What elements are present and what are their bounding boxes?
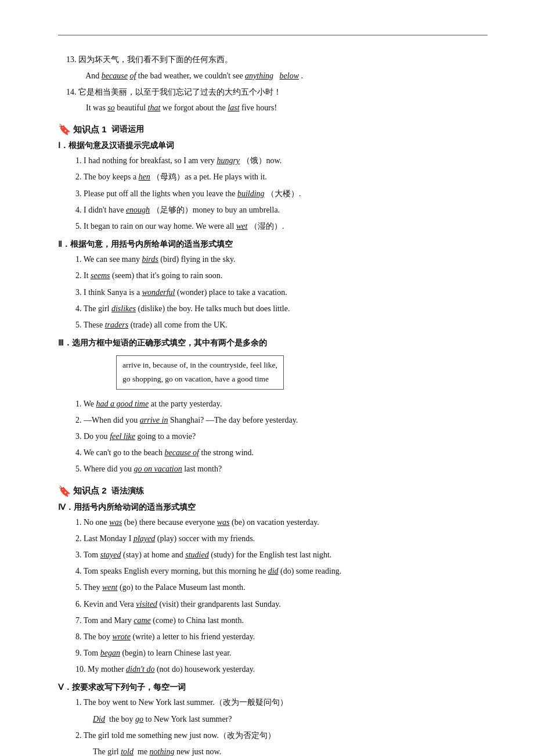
knowledge1-header: 🔖 知识点 1 词语运用 [58,123,488,136]
page: 13. 因为坏天气，我们看不到下面的任何东西。 And because of t… [0,0,534,756]
section3-header: Ⅲ．选用方框中短语的正确形式填空，其中有两个是多余的 [58,338,488,348]
s4-item3: 3. Tom stayed (stay) at home and studied… [58,548,488,562]
s4-item1: 1. No one was (be) there because everyon… [58,515,488,530]
fill-last: last [228,103,239,112]
section5-header: Ⅴ．按要求改写下列句子，每空一词 [58,682,488,693]
s4-item2: 2. Last Monday I played (play) soccer wi… [58,531,488,546]
s3-item2: 2. —When did you arrive in Shanghai? —Th… [58,413,488,427]
s1-item4: 4. I didn't have enough （足够的）money to bu… [58,203,488,217]
item-13-en: And because of the bad weather, we could… [58,69,488,83]
knowledge2-icon: 🔖 [58,485,71,498]
s1-item1: 1. I had nothing for breakfast, so I am … [58,153,488,168]
fill-so: so [107,103,114,112]
s4-item8: 8. The boy wrote (write) a letter to his… [58,629,488,644]
top-divider [58,35,488,35]
s3-item5: 5. Where did you go on vacation last mon… [58,462,488,476]
fill-below: below [280,71,299,80]
phrase-box: arrive in, because of, in the countrysid… [116,355,284,390]
s2-item4: 4. The girl dislikes (dislike) the boy. … [58,301,488,316]
section3-box: arrive in, because of, in the countrysid… [81,352,488,393]
s5-item1-orig: 1. The boy went to New York last summer.… [58,695,488,710]
s5-item2-orig: 2. The girl told me something new just n… [58,728,488,743]
s3-item1: 1. We had a good time at the party yeste… [58,397,488,411]
s5-item2-ans: The girl told me nothing new just now. [58,744,488,756]
s3-item3: 3. Do you feel like going to a movie? [58,429,488,444]
s4-item7: 7. Tom and Mary came (come) to China las… [58,613,488,628]
section1: Ⅰ．根据句意及汉语提示完成单词 1. I had nothing for bre… [58,141,488,233]
s1-item2: 2. The boy keeps a hen （母鸡）as a pet. He … [58,170,488,184]
section1-header: Ⅰ．根据句意及汉语提示完成单词 [58,141,488,151]
s4-item6: 6. Kevin and Vera visited (visit) their … [58,597,488,611]
s2-item1: 1. We can see many birds (bird) flying i… [58,252,488,267]
knowledge2-header: 🔖 知识点 2 语法演练 [58,485,488,498]
s1-item5: 5. It began to rain on our way home. We … [58,219,488,233]
s2-item5: 5. These traders (trade) all come from t… [58,318,488,332]
section4: Ⅳ．用括号内所给动词的适当形式填空 1. No one was (be) the… [58,502,488,677]
s2-item2: 2. It seems (seem) that it's going to ra… [58,268,488,283]
s4-item5: 5. They went (go) to the Palace Museum l… [58,580,488,595]
fill-that: that [148,103,161,112]
item-14-zh: 14. 它是相当美丽，以至于我们忘记了过去的大约五个小时！ [58,85,488,99]
section4-header: Ⅳ．用括号内所给动词的适当形式填空 [58,502,488,513]
section2: Ⅱ．根据句意，用括号内所给单词的适当形式填空 1. We can see man… [58,239,488,332]
s4-item9: 9. Tom began (begin) to learn Chinese la… [58,646,488,660]
item-14-en: It was so beautiful that we forgot about… [58,101,488,115]
s5-item1-ans: Did the boy go to New York last summer? [58,712,488,726]
section5: Ⅴ．按要求改写下列句子，每空一词 1. The boy went to New … [58,682,488,756]
section2-header: Ⅱ．根据句意，用括号内所给单词的适当形式填空 [58,239,488,250]
s3-item4: 4. We can't go to the beach because of t… [58,445,488,460]
item-13-zh: 13. 因为坏天气，我们看不到下面的任何东西。 [58,53,488,67]
fill-of: of [129,71,136,80]
s4-item4: 4. Tom speaks English every morning, but… [58,564,488,578]
s4-item10: 10. My mother didn't do (not do) housewo… [58,662,488,676]
knowledge1-icon: 🔖 [58,123,71,136]
s1-item3: 3. Please put off all the lights when yo… [58,186,488,201]
intro-section: 13. 因为坏天气，我们看不到下面的任何东西。 And because of t… [58,53,488,115]
s2-item3: 3. I think Sanya is a wonderful (wonder)… [58,285,488,300]
fill-because: because [102,71,128,80]
section3: Ⅲ．选用方框中短语的正确形式填空，其中有两个是多余的 arrive in, be… [58,338,488,477]
fill-anything: anything [245,71,273,80]
